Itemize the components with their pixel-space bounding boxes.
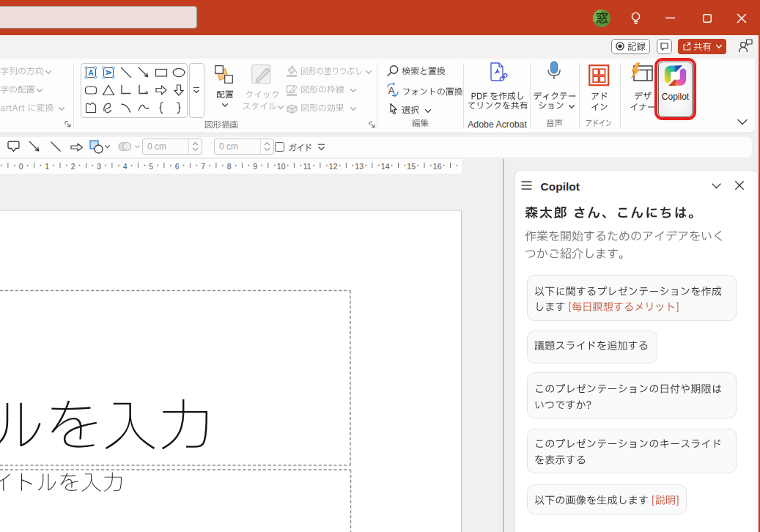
svg-text:A: A	[104, 70, 113, 75]
svg-text:A: A	[388, 85, 395, 96]
svg-text:A: A	[88, 68, 94, 77]
